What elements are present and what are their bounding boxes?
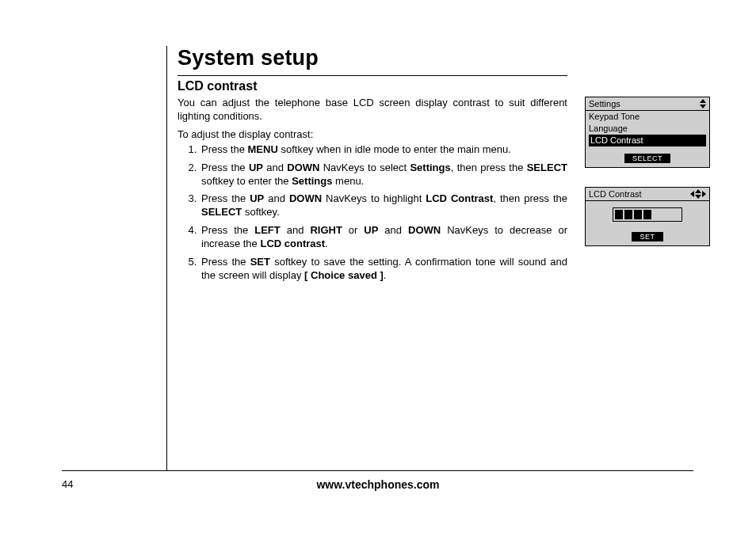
lcd1-titlebar: Settings <box>586 97 709 111</box>
illustrations-column: Settings Keypad Tone Language LCD Contra… <box>585 97 710 265</box>
contrast-segment <box>615 210 623 219</box>
lcd-illustration-settings: Settings Keypad Tone Language LCD Contra… <box>585 97 710 168</box>
main-content: System setup LCD contrast You can adjust… <box>178 46 567 287</box>
lcd1-title-text: Settings <box>589 99 620 108</box>
lcd2-titlebar: LCD Contrast <box>586 188 709 201</box>
step-2: Press the UP and DOWN NavKeys to select … <box>200 162 567 188</box>
vertical-divider <box>166 46 167 470</box>
nav-arrows-icon <box>690 189 706 199</box>
up-down-icon <box>700 99 706 108</box>
title-rule <box>178 75 567 76</box>
step-1: Press the MENU softkey when in idle mode… <box>200 143 567 157</box>
footer-rule <box>62 470 693 471</box>
intro-paragraph: You can adjust the telephone base LCD sc… <box>178 97 567 124</box>
lcd2-body <box>586 201 709 226</box>
lcd1-item-1: Language <box>586 123 709 135</box>
step-4: Press the LEFT and RIGHT or UP and DOWN … <box>200 224 567 251</box>
contrast-bar <box>613 207 682 222</box>
steps-list: Press the MENU softkey when in idle mode… <box>178 143 567 283</box>
step-3: Press the UP and DOWN NavKeys to highlig… <box>200 192 567 219</box>
lcd2-softkey-label: SET <box>632 232 662 241</box>
step-5: Press the SET softkey to save the settin… <box>200 256 567 283</box>
contrast-segment <box>634 210 642 219</box>
lcd1-item-0: Keypad Tone <box>586 111 709 123</box>
lcd-illustration-contrast: LCD Contrast SET <box>585 187 710 246</box>
footer-url: www.vtechphones.com <box>0 478 756 491</box>
lcd2-softkey-area: SET <box>586 226 709 245</box>
lead-text: To adjust the display contrast: <box>178 128 567 140</box>
lcd1-item-2-highlighted: LCD Contrast <box>589 135 706 146</box>
lcd1-softkey-label: SELECT <box>624 154 670 163</box>
section-heading: LCD contrast <box>178 79 567 93</box>
contrast-segment <box>643 210 651 219</box>
contrast-segment <box>624 210 632 219</box>
lcd2-title-text: LCD Contrast <box>589 189 642 199</box>
lcd1-softkey-area: SELECT <box>586 148 709 167</box>
page-title: System setup <box>178 46 567 70</box>
